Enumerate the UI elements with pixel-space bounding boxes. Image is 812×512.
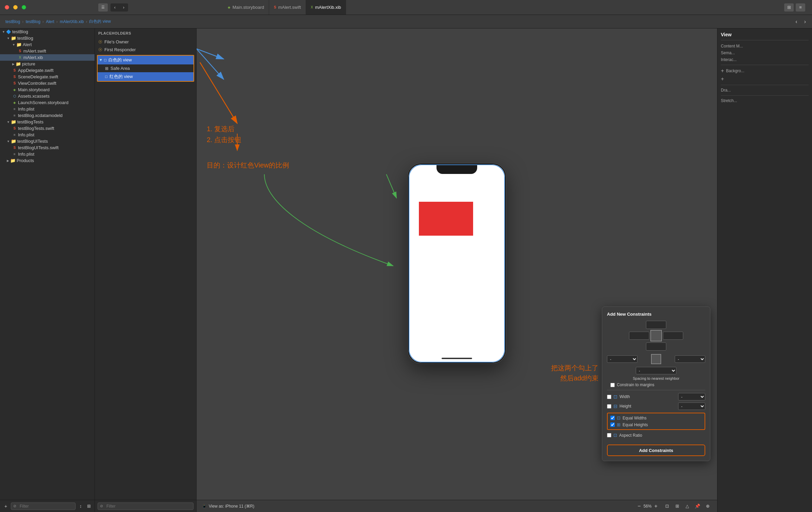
right-inspector-panel: View Content M... Sema... Interac... + B… bbox=[717, 28, 812, 512]
zoom-out-btn[interactable]: − bbox=[637, 503, 641, 509]
close-button[interactable] bbox=[5, 5, 9, 9]
tree-testblogtests-swift[interactable]: S testBlogTests.swift bbox=[0, 125, 95, 132]
tree-alert[interactable]: ▼ 📁 Alert bbox=[0, 41, 95, 48]
tree-datamodel[interactable]: ≡ testBlog.xcdatamodeld bbox=[0, 112, 95, 119]
width-select[interactable]: - bbox=[678, 393, 705, 400]
tree-testblog-group[interactable]: ▼ 📁 testBlog bbox=[0, 35, 95, 41]
width-cb[interactable] bbox=[607, 395, 611, 399]
phone-notch bbox=[437, 164, 477, 174]
phone-border-highlight bbox=[409, 164, 505, 362]
tree-appdelegate[interactable]: S AppDelegate.swift bbox=[0, 67, 95, 74]
width-row: ⊡ Width - bbox=[607, 393, 705, 400]
outline-files-owner[interactable]: ☉ File's Owner bbox=[95, 38, 196, 46]
aspect-ratio-cb[interactable] bbox=[607, 433, 611, 437]
tree-products[interactable]: ▶ 📁 Products bbox=[0, 157, 95, 164]
resolve-btn[interactable]: △ bbox=[683, 502, 691, 510]
nav-back[interactable]: ‹ bbox=[110, 3, 119, 12]
tab-malertxib[interactable]: X mAlertXib.xib bbox=[306, 0, 346, 15]
canvas-bottom-bar: 📱 View as: iPhone 11 (⌘R) − 56% + ⊡ ⊞ △ … bbox=[197, 500, 717, 512]
breadcrumb-xib[interactable]: mAlertXib.xib bbox=[60, 19, 84, 24]
tree-testbloguitests-info[interactable]: ≡ Info.plist bbox=[0, 151, 95, 157]
height-select[interactable]: - bbox=[678, 402, 705, 410]
safe-area-icon: ⊞ bbox=[105, 66, 108, 71]
constraint-left-input[interactable] bbox=[629, 332, 649, 340]
sort-btn[interactable]: ↕ bbox=[78, 503, 84, 509]
sidebar-filter-input[interactable] bbox=[18, 503, 73, 510]
tree-assets[interactable]: ⬡ Assets.xcassets bbox=[0, 93, 95, 99]
stretching-label: Stretch... bbox=[721, 98, 809, 103]
sidebar-bottom-bar: + ⊘ ↕ ⊞ bbox=[0, 500, 95, 512]
add-constraints-button[interactable]: Add Constraints bbox=[607, 445, 705, 456]
constraint-right-input[interactable] bbox=[663, 332, 683, 340]
layout-toggle[interactable]: ≡ bbox=[796, 3, 805, 12]
constraint-top-input[interactable] bbox=[646, 321, 666, 329]
pin-btn[interactable]: 📌 bbox=[693, 502, 702, 510]
breadcrumb-alert[interactable]: Alert bbox=[46, 19, 54, 24]
plist-icon: ≡ bbox=[12, 107, 17, 111]
equal-widths-icon: ⊡ bbox=[617, 415, 621, 420]
breadcrumb-sep3: › bbox=[56, 19, 58, 24]
height-cb[interactable] bbox=[607, 404, 611, 409]
outline-first-responder[interactable]: ☉ First Responder bbox=[95, 46, 196, 54]
expand-btn[interactable]: ⊞ bbox=[86, 503, 92, 509]
root-icon: 🔷 bbox=[6, 29, 11, 34]
constraint-right-select[interactable]: - bbox=[675, 355, 705, 363]
inspector-toggle[interactable]: ⊞ bbox=[784, 3, 794, 12]
tree-malert-swift[interactable]: S mAlert.swift bbox=[0, 48, 95, 54]
breadcrumb-project[interactable]: testBlog bbox=[5, 19, 20, 24]
add-file-btn[interactable]: + bbox=[3, 503, 9, 509]
white-view-icon: □ bbox=[104, 58, 106, 62]
minimize-button[interactable] bbox=[13, 5, 18, 9]
interaction-label: Interac... bbox=[721, 57, 809, 62]
tree-testblogtests-info[interactable]: ≡ Info.plist bbox=[0, 132, 95, 138]
nav-next[interactable]: › bbox=[801, 18, 809, 25]
datamodel-icon: ≡ bbox=[12, 114, 17, 117]
tree-testbloguitests-swift[interactable]: S testBlogUITests.swift bbox=[0, 144, 95, 151]
adjust-btn[interactable]: ⊞ bbox=[673, 502, 681, 510]
maximize-button[interactable] bbox=[22, 5, 26, 9]
alert-folder-icon: 📁 bbox=[16, 42, 22, 47]
outline-red-view[interactable]: □ 红色的 view bbox=[98, 72, 194, 81]
outline-safe-area[interactable]: ⊞ Safe Area bbox=[98, 64, 194, 72]
constrain-margins-cb[interactable] bbox=[610, 383, 615, 387]
tree-testblogtests[interactable]: ▼ 📁 testBlogTests bbox=[0, 119, 95, 125]
constraint-left-select[interactable]: - bbox=[607, 355, 637, 363]
outline-filter-input[interactable] bbox=[104, 503, 191, 510]
canvas-area: 1. 复选后 2. 点击按钮 目的：设计红色View的比例 把这两个勾上了 然后… bbox=[197, 28, 717, 512]
swift-icon-vc: S bbox=[12, 81, 17, 85]
breadcrumb-sep4: › bbox=[86, 19, 87, 24]
tree-main-storyboard[interactable]: ◈ Main.storyboard bbox=[0, 86, 95, 93]
tab-malert-swift[interactable]: S mAlert.swift bbox=[269, 0, 306, 15]
tree-testbloguitests[interactable]: ▼ 📁 testBlogUITests bbox=[0, 138, 95, 144]
breadcrumb-sep2: › bbox=[42, 19, 44, 24]
tree-picture[interactable]: ▶ 📁 picture bbox=[0, 61, 95, 67]
tab-main-storyboard[interactable]: ◈ Main.storyboard bbox=[223, 0, 269, 15]
red-view-canvas[interactable] bbox=[419, 202, 473, 236]
zoom-in-btn[interactable]: + bbox=[654, 503, 657, 509]
tree-viewcontroller[interactable]: S ViewController.swift bbox=[0, 80, 95, 86]
constraint-bottom-input[interactable] bbox=[646, 342, 666, 351]
tree-scenedelegate[interactable]: S SceneDelegate.swift bbox=[0, 74, 95, 80]
sidebar-toggle[interactable]: ☰ bbox=[98, 3, 108, 12]
nav-prev[interactable]: ‹ bbox=[793, 18, 800, 25]
outline-filter-container: ⊘ bbox=[98, 503, 194, 510]
add-btn2[interactable]: + bbox=[721, 76, 724, 82]
add-constraints-popup: Add New Constraints - - bbox=[602, 307, 710, 461]
view-outline-section: ▶ □ 白色的 view ⊞ Safe Area □ 红色的 view bbox=[97, 55, 194, 82]
nav-forward[interactable]: › bbox=[119, 3, 128, 12]
tree-malert-xib[interactable]: X mAlert.xib bbox=[0, 54, 95, 61]
add-constraint-toolbar-btn[interactable]: ⊕ bbox=[704, 502, 712, 510]
equal-heights-cb[interactable] bbox=[610, 422, 615, 427]
constraint-center-select[interactable]: - bbox=[636, 367, 676, 374]
breadcrumb-view[interactable]: 白色的 view bbox=[89, 19, 110, 24]
tab-bar: ◈ Main.storyboard S mAlert.swift X mAler… bbox=[223, 0, 346, 15]
breadcrumb-group[interactable]: testBlog bbox=[26, 19, 40, 24]
outline-white-view[interactable]: ▶ □ 白色的 view bbox=[98, 56, 194, 64]
fit-btn[interactable]: ⊡ bbox=[663, 502, 671, 510]
tree-info-plist[interactable]: ≡ Info.plist bbox=[0, 106, 95, 112]
tree-launchscreen[interactable]: ◈ LaunchScreen.storyboard bbox=[0, 99, 95, 106]
equal-widths-cb[interactable] bbox=[610, 416, 615, 420]
tree-root[interactable]: ▼ 🔷 testBlog bbox=[0, 28, 95, 35]
add-background-btn[interactable]: + bbox=[721, 68, 724, 74]
view-as-control[interactable]: 📱 View as: iPhone 11 (⌘R) bbox=[202, 504, 255, 509]
